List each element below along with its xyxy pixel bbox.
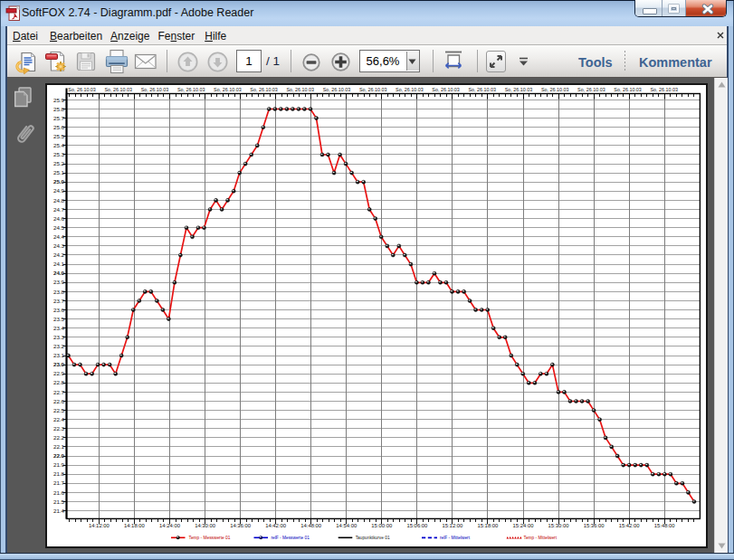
svg-text:24.8: 24.8	[53, 197, 65, 204]
svg-text:22.9: 22.9	[53, 370, 65, 376]
svg-text:23.1: 23.1	[53, 352, 65, 358]
svg-text:25.7: 25.7	[53, 115, 65, 121]
svg-text:25.5: 25.5	[53, 133, 65, 139]
svg-text:So, 26.10.03: So, 26.10.03	[432, 87, 460, 92]
svg-text:So, 26.10.03: So, 26.10.03	[577, 87, 605, 92]
svg-text:15:42:00: 15:42:00	[619, 523, 641, 528]
svg-text:25.8: 25.8	[53, 106, 65, 112]
svg-text:So, 26.10.03: So, 26.10.03	[541, 87, 569, 92]
svg-text:So, 26.10.03: So, 26.10.03	[105, 87, 133, 92]
svg-text:14:36:00: 14:36:00	[230, 523, 252, 528]
svg-text:22.6: 22.6	[53, 398, 65, 404]
svg-text:14:42:00: 14:42:00	[265, 523, 287, 528]
svg-text:So, 26.10.03: So, 26.10.03	[250, 87, 278, 92]
svg-text:22.0: 22.0	[53, 452, 65, 459]
svg-text:15:24:00: 15:24:00	[513, 523, 535, 528]
svg-text:25.9: 25.9	[53, 97, 65, 103]
svg-text:15:48:00: 15:48:00	[654, 523, 676, 528]
svg-text:25.3: 25.3	[53, 151, 65, 157]
svg-text:15:30:00: 15:30:00	[548, 523, 570, 528]
svg-text:22.7: 22.7	[53, 389, 65, 395]
svg-text:So, 26.10.03: So, 26.10.03	[177, 87, 205, 92]
svg-text:25.0: 25.0	[53, 178, 65, 185]
svg-text:24.9: 24.9	[53, 187, 65, 194]
svg-text:22.2: 22.2	[53, 434, 65, 441]
svg-text:25.4: 25.4	[53, 142, 65, 148]
svg-text:25.2: 25.2	[53, 160, 65, 166]
svg-text:Temp - Mittelwert: Temp - Mittelwert	[524, 536, 558, 540]
svg-text:14:18:00: 14:18:00	[124, 523, 146, 528]
svg-text:15:18:00: 15:18:00	[477, 523, 499, 528]
svg-text:21.7: 21.7	[53, 479, 65, 486]
svg-text:So, 26.10.03: So, 26.10.03	[651, 87, 679, 92]
svg-text:23.9: 23.9	[53, 279, 65, 285]
svg-text:14:54:00: 14:54:00	[336, 523, 357, 528]
svg-text:14:48:00: 14:48:00	[300, 523, 322, 528]
svg-text:So, 26.10.03: So, 26.10.03	[323, 87, 351, 92]
svg-text:24.2: 24.2	[53, 252, 65, 258]
svg-text:15:12:00: 15:12:00	[442, 523, 463, 528]
svg-text:Taupunktkurve 01: Taupunktkurve 01	[356, 536, 390, 540]
svg-text:23.7: 23.7	[53, 298, 65, 304]
svg-text:21.5: 21.5	[53, 498, 65, 505]
svg-text:24.4: 24.4	[53, 233, 65, 240]
svg-text:23.4: 23.4	[53, 325, 65, 331]
svg-text:22.3: 22.3	[53, 425, 65, 432]
svg-text:22.5: 22.5	[53, 407, 65, 413]
svg-text:24.1: 24.1	[53, 261, 65, 267]
svg-text:24.0: 24.0	[53, 270, 65, 276]
svg-text:23.2: 23.2	[53, 343, 65, 349]
svg-text:So, 26.10.03: So, 26.10.03	[469, 87, 497, 92]
svg-text:relF - Mittelwert: relF - Mittelwert	[440, 536, 471, 540]
svg-text:So, 26.10.03: So, 26.10.03	[396, 87, 424, 92]
svg-text:22.1: 22.1	[53, 443, 65, 450]
svg-text:Temp - Messwerte 01: Temp - Messwerte 01	[189, 536, 231, 540]
svg-text:21.8: 21.8	[53, 470, 65, 477]
svg-text:22.4: 22.4	[53, 416, 65, 422]
svg-text:23.0: 23.0	[53, 361, 65, 367]
svg-text:14:30:00: 14:30:00	[195, 523, 216, 528]
svg-text:23.3: 23.3	[53, 334, 65, 340]
svg-text:21.6: 21.6	[53, 489, 65, 496]
svg-text:23.6: 23.6	[53, 307, 65, 313]
svg-text:relF - Messwerte 01: relF - Messwerte 01	[272, 536, 310, 540]
svg-text:25.6: 25.6	[53, 124, 65, 130]
svg-text:15:00:00: 15:00:00	[371, 523, 393, 528]
svg-text:So, 26.10.03: So, 26.10.03	[141, 87, 169, 92]
svg-text:15:06:00: 15:06:00	[406, 523, 428, 528]
svg-text:14:12:00: 14:12:00	[89, 523, 110, 528]
svg-text:25.1: 25.1	[53, 169, 65, 176]
svg-text:23.5: 23.5	[53, 316, 65, 322]
svg-text:24.5: 24.5	[53, 224, 65, 231]
svg-text:24.6: 24.6	[53, 215, 65, 222]
svg-text:24.3: 24.3	[53, 242, 65, 249]
svg-text:24.7: 24.7	[53, 206, 65, 213]
svg-text:So, 26.10.03: So, 26.10.03	[505, 87, 533, 92]
svg-text:15:36:00: 15:36:00	[584, 523, 605, 528]
svg-text:21.9: 21.9	[53, 461, 65, 468]
svg-text:So, 26.10.03: So, 26.10.03	[68, 87, 96, 92]
svg-text:So, 26.10.03: So, 26.10.03	[359, 87, 387, 92]
svg-text:23.8: 23.8	[53, 289, 65, 295]
svg-text:14:24:00: 14:24:00	[159, 523, 181, 528]
svg-text:So, 26.10.03: So, 26.10.03	[214, 87, 242, 92]
svg-text:So, 26.10.03: So, 26.10.03	[287, 87, 315, 92]
svg-text:21.4: 21.4	[53, 508, 65, 514]
svg-text:So, 26.10.03: So, 26.10.03	[614, 87, 642, 92]
svg-text:22.8: 22.8	[53, 379, 65, 385]
